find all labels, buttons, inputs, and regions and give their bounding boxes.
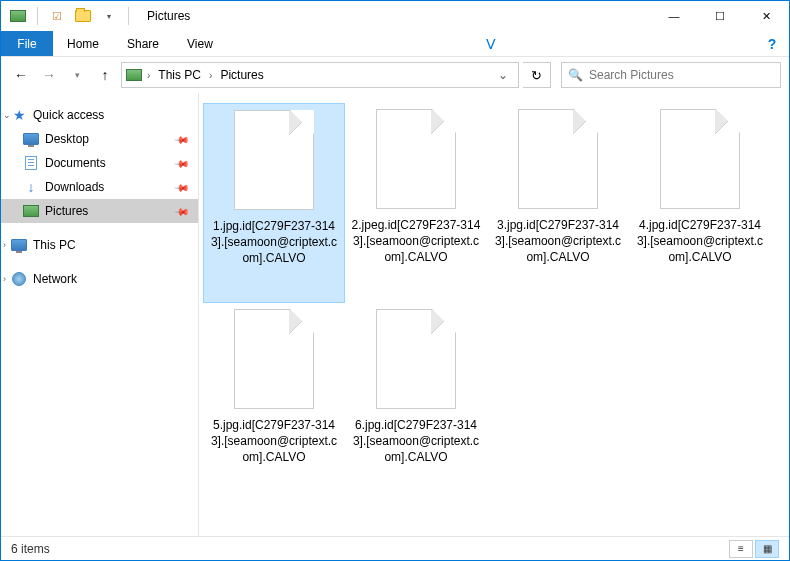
- back-button[interactable]: ←: [9, 63, 33, 87]
- search-input[interactable]: 🔍 Search Pictures: [561, 62, 781, 88]
- menubar: File Home Share View ᐯ ?: [1, 31, 789, 57]
- search-placeholder: Search Pictures: [589, 68, 674, 82]
- view-large-icons-button[interactable]: ▦: [755, 540, 779, 558]
- pictures-icon: [23, 203, 39, 219]
- sidebar-item-downloads[interactable]: ↓ Downloads 📌: [1, 175, 198, 199]
- expand-icon[interactable]: ›: [3, 240, 6, 250]
- breadcrumb-pictures-icon: [126, 67, 142, 83]
- file-name: 6.jpg.id[C279F237-3143].[seamoon@criptex…: [351, 417, 481, 466]
- breadcrumb-dropdown-icon[interactable]: ⌄: [492, 68, 514, 82]
- sidebar-item-label: Downloads: [45, 180, 104, 194]
- file-item[interactable]: 4.jpg.id[C279F237-3143].[seamoon@criptex…: [629, 103, 771, 303]
- menu-share[interactable]: Share: [113, 31, 173, 56]
- pin-icon: 📌: [174, 155, 190, 171]
- minimize-button[interactable]: —: [651, 1, 697, 31]
- help-icon[interactable]: ?: [755, 31, 789, 56]
- recent-locations-button[interactable]: ▾: [65, 63, 89, 87]
- window-title: Pictures: [147, 9, 190, 23]
- breadcrumb-pictures[interactable]: Pictures: [217, 68, 266, 82]
- view-details-button[interactable]: ≡: [729, 540, 753, 558]
- item-count: 6 items: [11, 542, 50, 556]
- file-icon: [234, 309, 314, 409]
- sidebar-network[interactable]: › Network: [1, 267, 198, 291]
- file-item[interactable]: 3.jpg.id[C279F237-3143].[seamoon@criptex…: [487, 103, 629, 303]
- chevron-right-icon[interactable]: ›: [206, 70, 215, 81]
- sidebar-header-label: This PC: [33, 238, 76, 252]
- sidebar-item-label: Desktop: [45, 132, 89, 146]
- collapse-icon[interactable]: ⌄: [3, 110, 11, 120]
- menu-file[interactable]: File: [1, 31, 53, 56]
- file-icon: [660, 109, 740, 209]
- sidebar-quick-access[interactable]: ⌄ ★ Quick access: [1, 103, 198, 127]
- pin-icon: 📌: [174, 179, 190, 195]
- expand-icon[interactable]: ›: [3, 274, 6, 284]
- file-name: 3.jpg.id[C279F237-3143].[seamoon@criptex…: [493, 217, 623, 266]
- qat-newfolder-icon[interactable]: [72, 5, 94, 27]
- file-item[interactable]: 6.jpg.id[C279F237-3143].[seamoon@criptex…: [345, 303, 487, 503]
- qat-customize-icon[interactable]: ▾: [98, 5, 120, 27]
- breadcrumb-thispc[interactable]: This PC: [155, 68, 204, 82]
- pin-icon: 📌: [174, 203, 190, 219]
- chevron-right-icon[interactable]: ›: [144, 70, 153, 81]
- file-name: 2.jpeg.id[C279F237-3143].[seamoon@cripte…: [351, 217, 481, 266]
- titlebar: ☑ ▾ Pictures — ☐ ✕: [1, 1, 789, 31]
- file-item[interactable]: 5.jpg.id[C279F237-3143].[seamoon@criptex…: [203, 303, 345, 503]
- close-button[interactable]: ✕: [743, 1, 789, 31]
- qat-properties-icon[interactable]: ☑: [46, 5, 68, 27]
- sidebar-item-documents[interactable]: Documents 📌: [1, 151, 198, 175]
- star-icon: ★: [11, 107, 27, 123]
- app-icon: [7, 5, 29, 27]
- network-icon: [11, 271, 27, 287]
- maximize-button[interactable]: ☐: [697, 1, 743, 31]
- sidebar-header-label: Network: [33, 272, 77, 286]
- file-item[interactable]: 2.jpeg.id[C279F237-3143].[seamoon@cripte…: [345, 103, 487, 303]
- sidebar-this-pc[interactable]: › This PC: [1, 233, 198, 257]
- sidebar-header-label: Quick access: [33, 108, 104, 122]
- sidebar-item-label: Pictures: [45, 204, 88, 218]
- address-bar: ← → ▾ ↑ › This PC › Pictures ⌄ ↻ 🔍 Searc…: [1, 57, 789, 93]
- sidebar-item-pictures[interactable]: Pictures 📌: [1, 199, 198, 223]
- file-icon: [376, 309, 456, 409]
- desktop-icon: [23, 131, 39, 147]
- up-button[interactable]: ↑: [93, 63, 117, 87]
- sidebar-item-desktop[interactable]: Desktop 📌: [1, 127, 198, 151]
- menu-home[interactable]: Home: [53, 31, 113, 56]
- downloads-icon: ↓: [23, 179, 39, 195]
- status-bar: 6 items ≡ ▦: [1, 536, 789, 560]
- file-item[interactable]: 1.jpg.id[C279F237-3143].[seamoon@criptex…: [203, 103, 345, 303]
- file-name: 1.jpg.id[C279F237-3143].[seamoon@criptex…: [209, 218, 339, 267]
- forward-button[interactable]: →: [37, 63, 61, 87]
- ribbon-toggle-icon[interactable]: ᐯ: [474, 31, 508, 56]
- sidebar-item-label: Documents: [45, 156, 106, 170]
- file-name: 5.jpg.id[C279F237-3143].[seamoon@criptex…: [209, 417, 339, 466]
- pc-icon: [11, 237, 27, 253]
- breadcrumb[interactable]: › This PC › Pictures ⌄: [121, 62, 519, 88]
- refresh-button[interactable]: ↻: [523, 62, 551, 88]
- search-icon: 🔍: [568, 68, 583, 82]
- menu-view[interactable]: View: [173, 31, 227, 56]
- file-area[interactable]: 1.jpg.id[C279F237-3143].[seamoon@criptex…: [199, 93, 789, 537]
- sidebar: ⌄ ★ Quick access Desktop 📌 Documents 📌 ↓…: [1, 93, 199, 537]
- file-icon: [376, 109, 456, 209]
- file-icon: [234, 110, 314, 210]
- file-name: 4.jpg.id[C279F237-3143].[seamoon@criptex…: [635, 217, 765, 266]
- pin-icon: 📌: [174, 131, 190, 147]
- documents-icon: [23, 155, 39, 171]
- file-icon: [518, 109, 598, 209]
